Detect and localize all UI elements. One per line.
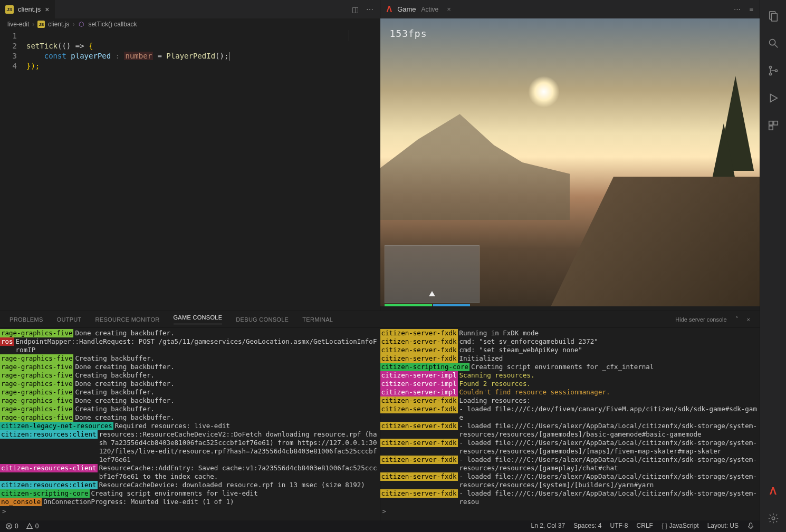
breadcrumb-symbol[interactable]: setTick() callback xyxy=(88,21,137,28)
north-indicator-icon xyxy=(429,291,435,296)
method-icon: ⬡ xyxy=(78,21,85,28)
console-message: Done creating backbuffer. xyxy=(73,396,379,405)
status-spaces[interactable]: Spaces: 4 xyxy=(573,522,601,531)
console-row: citizen-server-fxdkInitialized xyxy=(380,354,760,363)
tab-debug-console[interactable]: DEBUG CONSOLE xyxy=(236,316,289,323)
game-tab-bar: Λ Game Active × ⋯ ≡ xyxy=(380,0,760,18)
minimap xyxy=(385,245,480,303)
gear-icon[interactable] xyxy=(767,512,780,525)
console-message: cmd: "set steam_webApiKey none" xyxy=(458,346,760,354)
console-tag: citizen-server-fxdk xyxy=(380,489,458,498)
console-message: Done creating backbuffer. xyxy=(73,363,379,371)
tab-output[interactable]: OUTPUT xyxy=(57,316,82,323)
console-message: EndpointMapper::HandleRequest: POST /gta… xyxy=(14,337,380,354)
status-errors[interactable]: 0 xyxy=(5,523,18,530)
console-row: citizen:resources:clientResourceCacheDev… xyxy=(0,481,380,489)
js-file-icon: JS xyxy=(37,21,45,28)
status-language[interactable]: { } JavaScript xyxy=(662,522,699,531)
more-icon[interactable]: ⋯ xyxy=(734,5,741,13)
client-console[interactable]: rage-graphics-fiveDone creating backbuff… xyxy=(0,328,380,520)
close-icon[interactable]: × xyxy=(447,5,451,13)
console-row: citizen-server-fxdk- loaded file:///C:/U… xyxy=(380,439,760,456)
bottom-panel: PROBLEMS OUTPUT RESOURCE MONITOR GAME CO… xyxy=(0,311,760,520)
split-editor-icon[interactable]: ◫ xyxy=(352,5,359,14)
console-row: citizen-server-fxdk- loaded file:///C:/U… xyxy=(380,472,760,489)
svg-rect-12 xyxy=(769,126,772,130)
explorer-icon[interactable] xyxy=(767,9,780,22)
minimap[interactable] xyxy=(348,30,380,41)
console-tag: citizen-server-fxdk xyxy=(380,329,458,337)
console-tag: rage-graphics-five xyxy=(0,396,73,405)
tab-game-console[interactable]: GAME CONSOLE xyxy=(174,314,223,324)
console-row: rage-graphics-fiveDone creating backbuff… xyxy=(0,413,380,422)
run-debug-icon[interactable] xyxy=(767,92,780,104)
tab-resource-monitor[interactable]: RESOURCE MONITOR xyxy=(95,316,160,323)
console-row: citizen-server-fxdkLoading resources: xyxy=(380,396,760,405)
chevron-up-icon[interactable]: ˄ xyxy=(735,316,739,323)
console-row: citizen-scripting-coreCreating script en… xyxy=(380,363,760,371)
svg-point-7 xyxy=(769,66,771,69)
line-gutter: 1 2 3 4 xyxy=(0,31,26,311)
fivem-brand-icon[interactable]: Λ xyxy=(767,485,780,497)
fivem-brand-icon: Λ xyxy=(387,5,392,14)
console-prompt[interactable]: > xyxy=(380,506,760,517)
svg-line-6 xyxy=(774,45,778,48)
breadcrumbs[interactable]: live-edit › JS client.js › ⬡ setTick() c… xyxy=(0,18,380,30)
source-control-icon[interactable] xyxy=(767,64,780,77)
bell-icon[interactable] xyxy=(747,522,754,531)
console-message: Required resources: live-edit xyxy=(113,422,380,430)
hide-server-console-button[interactable]: Hide server console xyxy=(675,316,726,323)
js-file-icon: JS xyxy=(5,5,14,14)
console-message: OnConnectionProgress: Mounted live-edit … xyxy=(42,498,379,506)
status-eol[interactable]: CRLF xyxy=(637,522,653,531)
editor-tab-bar: JS client.js × ◫ ⋯ xyxy=(0,0,380,18)
console-prompt[interactable]: > xyxy=(0,506,380,517)
console-row: citizen-server-implScanning resources. xyxy=(380,371,760,380)
console-tag: citizen-scripting-core xyxy=(0,489,90,498)
console-message: Initialized xyxy=(458,354,760,363)
console-tag: citizen-server-fxdk xyxy=(380,439,458,447)
breadcrumb-root[interactable]: live-edit xyxy=(7,21,29,28)
search-icon[interactable] xyxy=(767,37,780,50)
console-message: Done creating backbuffer. xyxy=(73,329,379,337)
console-message: - loaded file:///C:/Users/alexr/AppData/… xyxy=(458,456,760,472)
console-tag: no_console xyxy=(0,498,42,506)
menu-icon[interactable]: ≡ xyxy=(749,5,753,13)
console-row: rage-graphics-fiveDone creating backbuff… xyxy=(0,363,380,371)
console-tag: rage-graphics-five xyxy=(0,363,73,371)
extensions-icon[interactable] xyxy=(767,119,780,132)
console-tag: citizen-server-fxdk xyxy=(380,422,458,430)
breadcrumb-file[interactable]: client.js xyxy=(48,21,69,28)
status-encoding[interactable]: UTF-8 xyxy=(610,522,628,531)
game-pane: Λ Game Active × ⋯ ≡ 153fps xyxy=(380,0,760,311)
editor-tab-clientjs[interactable]: JS client.js × xyxy=(0,0,55,18)
console-tag: rage-graphics-five xyxy=(0,413,73,422)
console-message: Scanning resources. xyxy=(458,371,760,380)
close-icon[interactable]: × xyxy=(45,5,49,14)
console-row: citizen:resources:clientresources::Resou… xyxy=(0,430,380,464)
console-row: citizen-scripting-coreCreating script en… xyxy=(0,489,380,498)
console-row: rosEndpointMapper::HandleRequest: POST /… xyxy=(0,337,380,354)
console-message: Creating backbuffer. xyxy=(73,354,379,363)
console-row: rage-graphics-fiveDone creating backbuff… xyxy=(0,380,380,388)
server-console[interactable]: citizen-server-fxdkRunning in FxDK modec… xyxy=(380,328,760,520)
console-row: citizen-server-implFound 2 resources. xyxy=(380,380,760,388)
console-message: - loaded file:///C:/Users/alexr/AppData/… xyxy=(458,489,760,506)
status-line-col[interactable]: Ln 2, Col 37 xyxy=(531,522,565,531)
console-row: citizen-server-fxdkcmd: "set sv_enforceg… xyxy=(380,337,760,346)
status-layout[interactable]: Layout: US xyxy=(707,522,739,531)
tab-terminal[interactable]: TERMINAL xyxy=(302,316,333,323)
tab-problems[interactable]: PROBLEMS xyxy=(9,316,43,323)
close-icon[interactable]: × xyxy=(747,316,750,323)
status-warnings[interactable]: 0 xyxy=(26,523,39,530)
console-tag: rage-graphics-five xyxy=(0,371,73,380)
console-message: Done creating backbuffer. xyxy=(73,380,379,388)
code-editor[interactable]: 1 2 3 4 setTick(() => { const playerPed … xyxy=(0,30,380,311)
game-viewport[interactable]: 153fps xyxy=(380,18,760,306)
console-row: rage-graphics-fiveDone creating backbuff… xyxy=(0,396,380,405)
more-icon[interactable]: ⋯ xyxy=(366,5,373,14)
console-message: - loaded file:///C:/dev/fivem/canary/Fiv… xyxy=(458,405,760,422)
console-tag: citizen-scripting-core xyxy=(380,363,470,371)
console-tag: citizen-server-impl xyxy=(380,380,458,388)
console-row: citizen-legacy-net-resourcesRequired res… xyxy=(0,422,380,430)
